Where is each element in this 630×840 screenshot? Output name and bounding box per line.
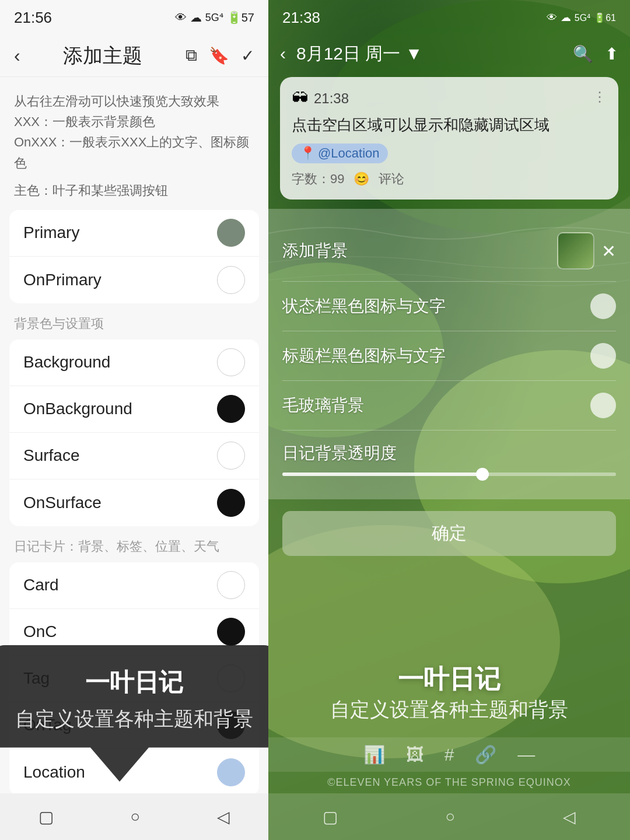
- onprimary-item[interactable]: OnPrimary: [9, 257, 259, 303]
- oncard-circle[interactable]: [217, 618, 245, 646]
- titlebar-dark-row: 标题栏黑色图标与文字: [282, 331, 616, 381]
- onprimary-color-circle[interactable]: [217, 266, 245, 294]
- diary-emoji: 🕶: [292, 89, 308, 108]
- primary-label: Primary: [23, 223, 79, 242]
- background-item[interactable]: Background: [9, 340, 259, 386]
- desc-line1: 从右往左滑动可以快速预览大致效果: [14, 91, 254, 111]
- add-bg-right: ✕: [557, 232, 616, 270]
- dash-icon[interactable]: —: [517, 745, 535, 765]
- background-section-label: 背景色与设置项: [0, 306, 268, 337]
- back-icon-left[interactable]: ◁: [217, 807, 230, 827]
- diary-tag[interactable]: 📍 @Location: [292, 144, 388, 163]
- battery-right: 🔋61: [594, 12, 616, 23]
- card-label: Card: [23, 576, 59, 594]
- right-panel: 21:38 👁 ☁ 5G⁴ 🔋61 ‹ 8月12日 周一 ▼ 🔍 ⬆ 🕶 21:: [268, 0, 630, 840]
- onsurface-circle[interactable]: [217, 489, 245, 517]
- hashtag-icon[interactable]: #: [444, 745, 454, 765]
- transparency-label: 日记背景透明度: [282, 442, 397, 464]
- location-label: Location: [23, 763, 85, 782]
- right-overlay-sub: 自定义设置各种主题和背景: [268, 696, 630, 723]
- back-button-right[interactable]: ‹: [280, 44, 286, 64]
- card-item[interactable]: Card: [9, 562, 259, 609]
- oncard-label: OnC: [23, 622, 57, 641]
- home-icon-right[interactable]: ○: [446, 807, 456, 826]
- image-icon[interactable]: 🖼: [406, 745, 424, 765]
- location-circle[interactable]: [217, 758, 245, 786]
- home-icon-left[interactable]: ○: [131, 807, 141, 826]
- square-icon-right[interactable]: ▢: [323, 807, 338, 827]
- close-bg-button[interactable]: ✕: [601, 241, 616, 261]
- transparency-slider[interactable]: [282, 473, 616, 476]
- confirm-button[interactable]: 确定: [282, 511, 616, 556]
- check-icon[interactable]: ✓: [241, 46, 254, 65]
- statusbar-dark-row: 状态栏黑色图标与文字: [282, 282, 616, 331]
- page-title-left: 添加主题: [63, 43, 142, 69]
- right-overlay-title: 一叶日记: [268, 662, 630, 696]
- date-display[interactable]: 8月12日 周一 ▼: [296, 42, 567, 66]
- square-icon-left[interactable]: ▢: [38, 807, 54, 827]
- tag-icon: 📍: [300, 146, 316, 161]
- background-circle[interactable]: [217, 348, 245, 376]
- frosted-glass-label: 毛玻璃背景: [282, 394, 364, 416]
- statusbar-dark-toggle[interactable]: [590, 293, 616, 319]
- title-bar-left: ‹ 添加主题 ⧉ 🔖 ✓: [0, 35, 268, 77]
- date-actions: 🔍 ⬆: [573, 44, 618, 64]
- slider-thumb[interactable]: [476, 468, 489, 481]
- comment-icon: 😊: [354, 172, 369, 187]
- add-bg-label: 添加背景: [282, 240, 348, 262]
- chart-icon[interactable]: 📊: [363, 744, 385, 765]
- bg-settings-panel: 添加背景 ✕ 状态栏黑色图标与文字 标题栏黑色图标与文字 毛玻璃背景: [268, 209, 630, 499]
- bottom-nav-right: ▢ ○ ◁: [268, 793, 630, 840]
- desc-line4: 主色：叶子和某些强调按钮: [14, 180, 254, 201]
- onsurface-item[interactable]: OnSurface: [9, 480, 259, 526]
- overlay-subtitle: 自定义设置各种主题和背景: [12, 706, 257, 733]
- wifi-icon-right: ☁: [561, 11, 571, 24]
- surface-circle[interactable]: [217, 442, 245, 470]
- overlay-title: 一叶日记: [12, 666, 257, 699]
- statusbar-dark-label: 状态栏黑色图标与文字: [282, 295, 446, 317]
- search-icon-right[interactable]: 🔍: [573, 44, 593, 64]
- status-icons-left: 👁 ☁ 5G⁴ 🔋57: [175, 10, 254, 24]
- onbackground-label: OnBackground: [23, 400, 132, 418]
- desc-line3: OnXXX：一般表示XXX上的文字、图标颜色: [14, 132, 254, 173]
- primary-color-list: Primary OnPrimary: [9, 210, 259, 303]
- eye-icon: 👁: [175, 11, 187, 24]
- share-icon-right[interactable]: ⬆: [605, 44, 618, 64]
- slider-fill: [282, 473, 482, 476]
- diary-menu-icon[interactable]: ⋮: [593, 89, 607, 105]
- frosted-glass-toggle[interactable]: [590, 393, 616, 418]
- primary-item[interactable]: Primary: [9, 210, 259, 257]
- status-bar-left: 21:56 👁 ☁ 5G⁴ 🔋57: [0, 0, 268, 35]
- link-icon[interactable]: 🔗: [475, 744, 496, 765]
- copy-icon[interactable]: ⧉: [186, 46, 197, 65]
- onsurface-label: OnSurface: [23, 494, 102, 512]
- titlebar-dark-toggle[interactable]: [590, 343, 616, 369]
- titlebar-dark-label: 标题栏黑色图标与文字: [282, 345, 446, 367]
- back-icon-right[interactable]: ◁: [563, 807, 576, 827]
- eye-icon-right: 👁: [547, 12, 557, 24]
- card-circle[interactable]: [217, 571, 245, 599]
- onprimary-label: OnPrimary: [23, 271, 102, 289]
- diary-content-text: 点击空白区域可以显示和隐藏调试区域: [292, 114, 607, 136]
- date-bar: ‹ 8月12日 周一 ▼ 🔍 ⬆: [268, 35, 630, 72]
- tag-text: @Location: [318, 146, 380, 161]
- status-icons-right: 👁 ☁ 5G⁴ 🔋61: [547, 11, 616, 24]
- left-panel: 21:56 👁 ☁ 5G⁴ 🔋57 ‹ 添加主题 ⧉ 🔖 ✓ 从右往左滑动可以快…: [0, 0, 268, 840]
- copyright-text: ©ELEVEN YEARS OF THE SPRING EQUINOX: [268, 772, 630, 793]
- bookmark-icon[interactable]: 🔖: [209, 46, 229, 65]
- diary-time-row: 🕶 21:38: [292, 89, 349, 108]
- title-actions: ⧉ 🔖 ✓: [186, 46, 254, 65]
- frosted-glass-row: 毛玻璃背景: [282, 381, 616, 430]
- diary-footer: 字数：99 😊 评论: [292, 170, 607, 188]
- comment-label: 评论: [379, 170, 404, 188]
- primary-color-circle[interactable]: [217, 219, 245, 247]
- surface-item[interactable]: Surface: [9, 433, 259, 480]
- bg-thumbnail[interactable]: [557, 232, 594, 270]
- background-label: Background: [23, 353, 110, 372]
- onbackground-circle[interactable]: [217, 395, 245, 423]
- status-bar-right: 21:38 👁 ☁ 5G⁴ 🔋61: [268, 0, 630, 35]
- onbackground-item[interactable]: OnBackground: [9, 386, 259, 433]
- back-button-left[interactable]: ‹: [14, 45, 20, 66]
- transparency-row: 日记背景透明度: [282, 430, 616, 488]
- add-background-row: 添加背景 ✕: [282, 220, 616, 282]
